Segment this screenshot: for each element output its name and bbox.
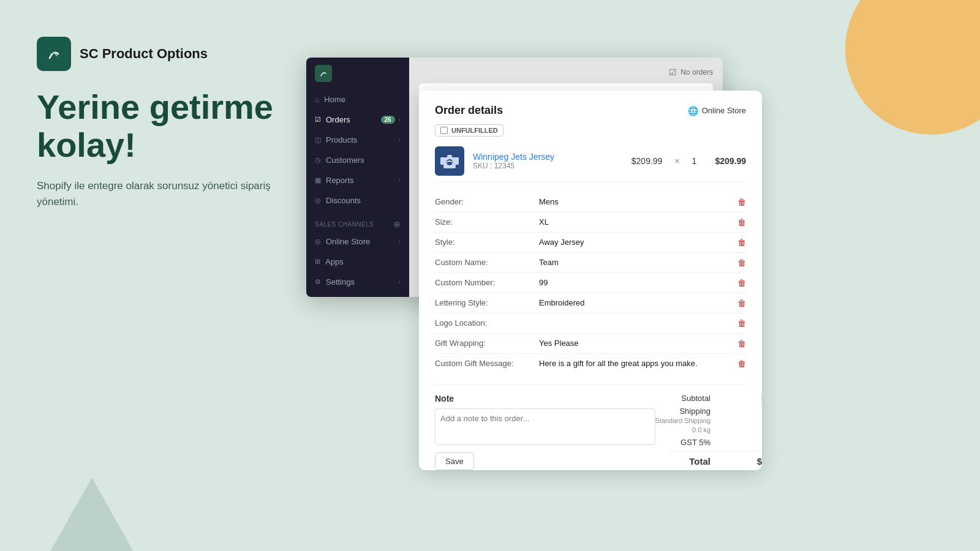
- checkbox-icon: ☑: [669, 67, 677, 77]
- totals-section: Subtotal $209.99 Shipping Standard Shipp…: [668, 394, 762, 470]
- products-icon: ◫: [315, 136, 321, 144]
- online-store-icon: ◎: [315, 238, 321, 246]
- option-row-gift-message: Custom Gift Message: Here is a gift for …: [435, 354, 746, 373]
- product-multiply: ×: [674, 156, 679, 166]
- reports-icon: ▦: [315, 176, 321, 184]
- store-indicator: 🌐 Online Store: [688, 106, 746, 116]
- option-label-custom-number: Custom Number:: [435, 278, 533, 287]
- no-orders-indicator: ☑ No orders: [669, 67, 713, 77]
- product-unit-price: $209.99: [631, 156, 663, 166]
- product-image: [435, 146, 464, 176]
- total-value: $230.49: [747, 456, 762, 467]
- save-button[interactable]: Save: [435, 452, 474, 470]
- sidebar-item-customers[interactable]: ◷ Customers: [306, 150, 409, 170]
- option-row-logo-location: Logo Location: 🗑: [435, 313, 746, 334]
- option-value-custom-name: Team: [539, 258, 731, 267]
- gst-label: GST 5%: [619, 438, 710, 447]
- option-delete-lettering[interactable]: 🗑: [737, 298, 746, 308]
- sidebar-item-orders[interactable]: ☑ Orders 26 ›: [306, 110, 409, 130]
- gst-row: GST 5% $10.50: [668, 438, 762, 447]
- option-delete-gift-wrapping[interactable]: 🗑: [737, 339, 746, 348]
- option-label-style: Style:: [435, 238, 533, 247]
- product-total: $209.99: [715, 156, 746, 166]
- option-label-logo-location: Logo Location:: [435, 318, 533, 328]
- sidebar-label-reports: Reports: [326, 176, 354, 185]
- subtotal-value: $209.99: [747, 394, 762, 403]
- logo-text: SC Product Options: [80, 46, 208, 62]
- unfulfilled-badge: UNFULFILLED: [435, 124, 503, 137]
- sidebar-item-reports[interactable]: ▦ Reports ›: [306, 170, 409, 190]
- option-delete-logo-location[interactable]: 🗑: [737, 318, 746, 328]
- option-row-custom-number: Custom Number: 99 🗑: [435, 273, 746, 293]
- sidebar-label-discounts: Discounts: [326, 196, 361, 205]
- option-value-style: Away Jersey: [539, 238, 731, 247]
- sales-channels-plus-icon[interactable]: ⊕: [393, 219, 401, 229]
- option-value-custom-number: 99: [539, 278, 731, 287]
- orders-badge: 26: [381, 116, 395, 124]
- sidebar-label-products: Products: [326, 135, 357, 144]
- discounts-icon: ◎: [315, 197, 321, 204]
- apps-icon: ⊞: [315, 258, 320, 266]
- sidebar-item-discounts[interactable]: ◎ Discounts: [306, 190, 409, 211]
- sidebar-label-apps: Apps: [325, 257, 344, 266]
- option-label-size: Size:: [435, 217, 533, 227]
- sidebar-logo-icon: [315, 65, 332, 82]
- option-delete-style[interactable]: 🗑: [737, 238, 746, 247]
- option-value-lettering: Embroidered: [539, 298, 731, 307]
- option-label-gift-message: Custom Gift Message:: [435, 359, 533, 368]
- option-row-size: Size: XL 🗑: [435, 212, 746, 233]
- bg-decoration-triangle: [37, 478, 147, 551]
- gst-value: $10.50: [747, 438, 762, 447]
- option-value-gift-message: Here is a gift for all the great apps yo…: [539, 359, 731, 368]
- sidebar-item-products[interactable]: ◫ Products ›: [306, 130, 409, 150]
- option-value-size: XL: [539, 217, 731, 227]
- sidebar-item-home[interactable]: ⌂ Home: [306, 89, 409, 110]
- option-delete-gift-message[interactable]: 🗑: [737, 359, 746, 369]
- shipping-row: Shipping Standard Shipping 0.0 kg $10.00: [668, 407, 762, 434]
- subtotal-row: Subtotal $209.99: [668, 394, 762, 403]
- option-delete-custom-number[interactable]: 🗑: [737, 278, 746, 288]
- product-name: Winnipeg Jets Jersey: [473, 152, 623, 162]
- orders-icon: ☑: [315, 116, 321, 124]
- headline: Yerine getirmekolay!: [37, 88, 306, 163]
- option-delete-custom-name[interactable]: 🗑: [737, 258, 746, 268]
- order-title: Order details: [435, 104, 503, 117]
- settings-chevron-icon: ›: [399, 279, 401, 285]
- sidebar-nav: ⌂ Home ☑ Orders 26 › ◫ Products: [306, 89, 409, 252]
- logo-row: SC Product Options: [37, 37, 306, 71]
- product-sku: SKU : 12345: [473, 162, 623, 170]
- reports-chevron-icon: ›: [399, 177, 401, 184]
- option-label-lettering: Lettering Style:: [435, 298, 533, 307]
- bg-decoration-circle: [845, 0, 980, 135]
- svg-rect-5: [454, 157, 459, 165]
- option-delete-size[interactable]: 🗑: [737, 217, 746, 227]
- sidebar-bottom: ⊞ Apps ⚙ Settings ›: [306, 252, 409, 297]
- total-row: Total $230.49: [668, 451, 762, 467]
- shipping-method: Standard Shipping: [655, 417, 710, 424]
- globe-icon: 🌐: [688, 106, 698, 116]
- svg-rect-6: [447, 155, 452, 159]
- sidebar-item-settings[interactable]: ⚙ Settings ›: [306, 272, 409, 292]
- shipping-value: $10.00: [747, 407, 762, 434]
- option-value-gift-wrapping: Yes Please: [539, 339, 731, 348]
- orders-chevron-icon: ›: [399, 116, 401, 123]
- sidebar-label-home: Home: [324, 95, 345, 104]
- sidebar-item-apps[interactable]: ⊞ Apps: [306, 252, 409, 272]
- product-quantity: 1: [692, 156, 697, 166]
- sidebar: ⌂ Home ☑ Orders 26 › ◫ Products: [306, 58, 409, 297]
- no-orders-text: No orders: [680, 68, 713, 77]
- sales-channels-label: SALES CHANNELS ⊕: [306, 211, 409, 231]
- total-label: Total: [619, 456, 710, 467]
- option-value-gender: Mens: [539, 197, 731, 206]
- customers-icon: ◷: [315, 156, 321, 164]
- svg-rect-1: [318, 69, 328, 78]
- option-delete-gender[interactable]: 🗑: [737, 197, 746, 207]
- product-price-row: $209.99 × 1 $209.99: [631, 156, 746, 166]
- home-icon: ⌂: [315, 96, 319, 104]
- unfulfilled-text: UNFULFILLED: [451, 127, 498, 134]
- sidebar-item-online-store[interactable]: ◎ Online Store ›: [306, 231, 409, 252]
- logo-icon: [37, 37, 71, 71]
- sidebar-logo: [306, 58, 409, 89]
- product-row: Winnipeg Jets Jersey SKU : 12345 $209.99…: [435, 146, 746, 182]
- subtotal-label: Subtotal: [619, 394, 710, 403]
